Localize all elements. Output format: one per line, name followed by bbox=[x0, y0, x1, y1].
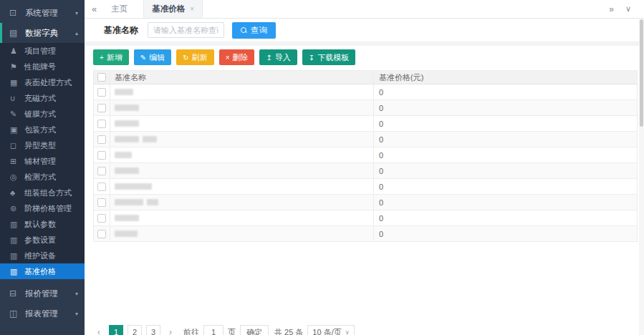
table-row[interactable]: 0 bbox=[94, 132, 638, 147]
row-checkbox[interactable] bbox=[97, 88, 106, 97]
sidebar-item-inspection-method[interactable]: ◎检测方式 bbox=[0, 169, 85, 185]
sidebar-item-default-params[interactable]: ▥默认参数 bbox=[0, 216, 85, 232]
select-all-checkbox[interactable] bbox=[97, 73, 106, 82]
tab-base-price[interactable]: 基准价格 × bbox=[143, 0, 203, 18]
table-row[interactable]: 0 bbox=[94, 147, 638, 163]
sidebar-item-special-shape-type[interactable]: ◻异型类型 bbox=[0, 137, 85, 153]
cell-base-name-redacted bbox=[110, 132, 374, 147]
cell-base-name-redacted bbox=[110, 226, 374, 241]
sidebar-item-label: 维护设备 bbox=[24, 251, 56, 261]
chevron-up-icon: ▴ bbox=[75, 30, 78, 37]
next-page-icon[interactable]: › bbox=[165, 327, 176, 335]
total-count: 共 25 条 bbox=[274, 327, 303, 335]
confirm-jump-button[interactable]: 确定 bbox=[240, 325, 269, 335]
sidebar-item-assembly-method[interactable]: ♣组装组合方式 bbox=[0, 185, 85, 200]
table-row[interactable]: 0 bbox=[94, 226, 638, 242]
toolbar-button-label: 删除 bbox=[232, 52, 248, 63]
app-window: ⊡ 系统管理 ▾ ▤ 数据字典 ▴ ♟项目管理⚑性能牌号▦表面处理方式∪充磁方式… bbox=[0, 0, 644, 335]
page-size-value: 10 条/页 bbox=[312, 327, 341, 335]
row-checkbox[interactable] bbox=[97, 135, 106, 144]
row-checkbox[interactable] bbox=[97, 230, 106, 238]
sidebar-group-quotation-management[interactable]: ⊟ 报价管理 ▾ bbox=[0, 283, 85, 304]
sidebar-item-label: 性能牌号 bbox=[24, 62, 56, 72]
download-icon: ↧ bbox=[309, 54, 314, 62]
row-checkbox[interactable] bbox=[97, 104, 106, 112]
sidebar-group-data-dictionary[interactable]: ▤ 数据字典 ▴ bbox=[0, 23, 85, 43]
sidebar-item-label: 包装方式 bbox=[24, 125, 56, 135]
dictionary-icon: ▤ bbox=[9, 28, 21, 38]
search-input[interactable] bbox=[148, 22, 224, 38]
sidebar-item-auxiliary-materials[interactable]: ⊞辅材管理 bbox=[0, 153, 85, 169]
cell-base-name-redacted bbox=[110, 147, 374, 162]
scrollbar-thumb[interactable] bbox=[640, 19, 643, 127]
cell-base-price: 0 bbox=[374, 147, 638, 162]
chevron-down-icon: ▾ bbox=[75, 10, 78, 16]
import-button[interactable]: ↥导入 bbox=[259, 49, 297, 65]
sidebar-item-surface-treatment[interactable]: ▦表面处理方式 bbox=[0, 74, 85, 90]
page-size-select[interactable]: 10 条/页 ∨ bbox=[307, 325, 354, 335]
sidebar-item-performance-grade[interactable]: ⚑性能牌号 bbox=[0, 59, 85, 74]
shape-icon: ◻ bbox=[10, 141, 21, 150]
table-row[interactable]: 0 bbox=[94, 195, 638, 210]
sidebar-item-label: 默认参数 bbox=[24, 219, 56, 230]
redacted-text bbox=[115, 215, 139, 221]
expand-tabs-icon[interactable]: » bbox=[609, 4, 614, 14]
pagination-pages: 123 bbox=[109, 325, 160, 335]
redacted-text bbox=[115, 136, 139, 142]
sidebar-group-label: 数据字典 bbox=[25, 28, 58, 39]
page-button-2[interactable]: 2 bbox=[128, 325, 142, 335]
table-row[interactable]: 0 bbox=[94, 84, 638, 100]
redacted-text bbox=[147, 199, 158, 205]
vertical-scrollbar[interactable] bbox=[639, 19, 644, 335]
table-row[interactable]: 0 bbox=[94, 100, 638, 116]
row-checkbox[interactable] bbox=[97, 167, 106, 175]
table-row[interactable]: 0 bbox=[94, 116, 638, 132]
redacted-text bbox=[115, 183, 152, 190]
toolbar-button-label: 刷新 bbox=[192, 52, 208, 63]
sidebar-item-magnetization-method[interactable]: ∪充磁方式 bbox=[0, 90, 85, 106]
add-button[interactable]: +新增 bbox=[93, 49, 129, 65]
sidebar-item-packaging-method[interactable]: ▣包装方式 bbox=[0, 122, 85, 137]
column-header-name: 基准名称 bbox=[110, 71, 374, 84]
delete-button[interactable]: ×删除 bbox=[219, 49, 255, 65]
prev-page-icon[interactable]: ‹ bbox=[93, 327, 105, 335]
sidebar-item-label: 异型类型 bbox=[24, 140, 56, 151]
refresh-button[interactable]: ↻刷新 bbox=[176, 49, 213, 65]
cell-base-price: 0 bbox=[374, 84, 638, 99]
row-checkbox[interactable] bbox=[97, 198, 106, 207]
cell-base-price: 0 bbox=[374, 226, 638, 241]
sidebar-item-maintain-devices[interactable]: ▥维护设备 bbox=[0, 248, 85, 263]
sidebar-item-project-management[interactable]: ♟项目管理 bbox=[0, 43, 85, 59]
row-checkbox[interactable] bbox=[97, 120, 106, 128]
tab-menu-chevron-icon[interactable]: ∨ bbox=[625, 4, 631, 14]
sidebar-item-coating-method[interactable]: ✎镀膜方式 bbox=[0, 106, 85, 122]
sidebar-group-system-management[interactable]: ⊡ 系统管理 ▾ bbox=[0, 3, 85, 23]
sidebar-item-tier-price-management[interactable]: ⊚阶梯价格管理 bbox=[0, 200, 85, 216]
edit-button[interactable]: ✎编辑 bbox=[134, 49, 171, 65]
jump-page-input[interactable] bbox=[203, 325, 224, 335]
page-button-1[interactable]: 1 bbox=[109, 325, 123, 335]
device-icon: ▥ bbox=[10, 251, 21, 261]
tab-home[interactable]: 主页 bbox=[111, 4, 128, 14]
redacted-text bbox=[115, 152, 132, 158]
table-row[interactable]: 0 bbox=[94, 163, 638, 179]
row-checkbox[interactable] bbox=[97, 214, 106, 223]
row-checkbox[interactable] bbox=[97, 151, 106, 160]
search-button[interactable]: 查询 bbox=[232, 22, 276, 39]
sidebar-submenu: ♟项目管理⚑性能牌号▦表面处理方式∪充磁方式✎镀膜方式▣包装方式◻异型类型⊞辅材… bbox=[0, 43, 85, 279]
sidebar-item-base-price[interactable]: ▥基准价格 bbox=[0, 263, 85, 279]
table-row[interactable]: 0 bbox=[94, 210, 638, 226]
cell-base-name-redacted bbox=[110, 100, 374, 115]
collapse-tabs-icon[interactable]: « bbox=[92, 4, 97, 14]
table-row[interactable]: 0 bbox=[94, 179, 638, 195]
row-checkbox[interactable] bbox=[97, 183, 106, 191]
sidebar-item-label: 检测方式 bbox=[24, 172, 56, 183]
page-button-3[interactable]: 3 bbox=[146, 325, 160, 335]
cell-base-price: 0 bbox=[374, 116, 638, 131]
sidebar-item-param-settings[interactable]: ▥参数设置 bbox=[0, 232, 85, 248]
download-template-button[interactable]: ↧下载模板 bbox=[302, 49, 355, 65]
close-tab-icon[interactable]: × bbox=[190, 5, 194, 13]
materials-icon: ⊞ bbox=[10, 157, 21, 166]
sidebar-group-report-management[interactable]: ◫ 报表管理 ▾ bbox=[0, 304, 85, 324]
redacted-text bbox=[115, 168, 139, 174]
